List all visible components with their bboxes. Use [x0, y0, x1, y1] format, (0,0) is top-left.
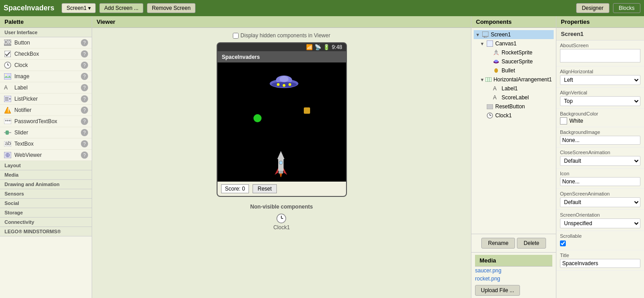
palette-item-button[interactable]: OK Button ? — [0, 37, 92, 49]
palette-item-checkbox[interactable]: CheckBox ? — [0, 49, 92, 60]
palette-label-listpicker: ListPicker — [14, 96, 81, 102]
title-input[interactable] — [560, 259, 640, 268]
blocks-button[interactable]: Blocks — [613, 3, 640, 13]
prop-backgroundimage: BackgroundImage — [556, 127, 644, 147]
svg-text:A: A — [493, 95, 497, 100]
svg-point-7 — [5, 74, 7, 76]
palette-section-connectivity[interactable]: Connectivity — [0, 218, 92, 227]
prop-closescreenanimation: CloseScreenAnimation Default Fade Slide — [556, 147, 644, 169]
topbar: SpaceInvaders Screen1 ▾ Add Screen ... R… — [0, 0, 644, 16]
palette-section-media[interactable]: Media — [0, 170, 92, 180]
tree-item-label1[interactable]: A Label1 — [474, 84, 554, 93]
passwordtextbox-info-icon[interactable]: ? — [81, 118, 88, 125]
svg-point-28 — [277, 83, 280, 86]
listpicker-icon — [4, 95, 12, 103]
saucer-sprite — [268, 74, 295, 87]
properties-screen-name: Screen1 — [556, 28, 644, 40]
webviewer-info-icon[interactable]: ? — [81, 151, 88, 159]
reset-button-viewer[interactable]: Reset — [253, 184, 276, 193]
svg-marker-35 — [275, 168, 278, 175]
signal-icon: 📡 — [315, 44, 321, 50]
tree-item-clock1[interactable]: Clock1 — [474, 111, 554, 120]
notifier-info-icon[interactable]: ? — [81, 107, 88, 114]
tree-toggle-screen1[interactable]: ▼ — [475, 32, 482, 37]
palette-item-textbox[interactable]: abc TextBox ? — [0, 138, 92, 150]
screenorientation-select[interactable]: Unspecified Portrait Landscape — [560, 218, 640, 228]
icon-input[interactable] — [560, 177, 640, 186]
aboutscreen-input[interactable] — [560, 49, 640, 62]
delete-button[interactable]: Delete — [517, 238, 546, 249]
tree-item-screen1[interactable]: ▼ Screen1 — [474, 30, 554, 39]
listpicker-info-icon[interactable]: ? — [81, 95, 88, 102]
phone-title-bar: SpaceInvaders — [218, 51, 346, 62]
tree-toggle-bullet — [486, 68, 493, 73]
prop-name-backgroundimage: BackgroundImage — [560, 129, 640, 135]
tree-label-saucersprite: SaucerSprite — [502, 58, 533, 65]
tree-item-saucersprite[interactable]: SaucerSprite — [474, 57, 554, 66]
label-info-icon[interactable]: ? — [81, 84, 88, 91]
palette-item-slider[interactable]: Slider ? — [0, 127, 92, 138]
remove-screen-button[interactable]: Remove Screen — [147, 3, 195, 13]
button-info-icon[interactable]: ? — [81, 39, 88, 46]
rename-button[interactable]: Rename — [481, 238, 515, 249]
palette-section-lego[interactable]: LEGO® MINDSTORMS® — [0, 227, 92, 236]
prop-name-screenorientation: ScreenOrientation — [560, 212, 640, 218]
tree-item-canvas1[interactable]: ▼ Canvas1 — [474, 39, 554, 48]
palette-section-layout[interactable]: Layout — [0, 161, 92, 170]
prop-aboutscreen: AboutScreen — [556, 40, 644, 67]
tree-toggle-canvas1[interactable]: ▼ — [480, 41, 486, 46]
prop-openscreenanimation: OpenScreenAnimation Default Fade Slide — [556, 189, 644, 210]
slider-info-icon[interactable]: ? — [81, 129, 88, 136]
upload-file-button[interactable]: Upload File ... — [475, 285, 520, 296]
closescreenanimation-select[interactable]: Default Fade Slide — [560, 156, 640, 166]
palette-label-webviewer: WebViewer — [14, 152, 81, 158]
tree-toggle-ha1[interactable]: ▼ — [480, 77, 485, 82]
palette-item-label[interactable]: A Label ? — [0, 82, 92, 93]
clock-info-icon[interactable]: ? — [81, 62, 88, 69]
openscreenanimation-select[interactable]: Default Fade Slide — [560, 197, 640, 207]
tree-item-resetbutton[interactable]: ResetButton — [474, 102, 554, 111]
palette-item-image[interactable]: Image ? — [0, 71, 92, 82]
prop-name-closescreenanimation: CloseScreenAnimation — [560, 150, 640, 155]
svg-rect-18 — [6, 131, 9, 134]
tree-label-rocketsprite: RocketSprite — [502, 49, 533, 56]
hidden-components-checkbox[interactable] — [233, 33, 239, 39]
properties-panel: Properties Screen1 AboutScreen AlignHori… — [556, 16, 644, 298]
alignvertical-select[interactable]: Top Center Bottom — [560, 96, 640, 106]
media-file-rocket[interactable]: rocket.png — [475, 275, 552, 283]
tree-label-clock1: Clock1 — [495, 112, 512, 119]
palette-item-passwordtextbox[interactable]: •••• PasswordTextBox ? — [0, 116, 92, 127]
tree-toggle-saucer — [486, 59, 493, 64]
alignhorizontal-select[interactable]: Left Center Right — [560, 75, 640, 85]
palette-item-clock[interactable]: Clock ? — [0, 60, 92, 71]
screen1-dropdown[interactable]: Screen1 ▾ — [62, 3, 96, 13]
palette-item-notifier[interactable]: ! Notifier ? — [0, 105, 92, 116]
tree-item-horizontalarrangement1[interactable]: ▼ HorizontalArrangement1 — [474, 75, 554, 84]
designer-button[interactable]: Designer — [576, 3, 609, 13]
add-screen-button[interactable]: Add Screen ... — [99, 3, 143, 13]
backgroundcolor-swatch[interactable]: White — [560, 117, 640, 125]
palette-item-webviewer[interactable]: WebViewer ? — [0, 150, 92, 161]
backgroundimage-input[interactable] — [560, 136, 640, 145]
palette-section-sensors[interactable]: Sensors — [0, 189, 92, 199]
svg-marker-49 — [497, 53, 499, 55]
scrollable-checkbox[interactable] — [560, 240, 566, 246]
clock1-label: Clock1 — [273, 224, 290, 231]
image-info-icon[interactable]: ? — [81, 73, 88, 80]
textbox-info-icon[interactable]: ? — [81, 140, 88, 147]
palette-item-listpicker[interactable]: ListPicker ? — [0, 93, 92, 105]
palette-section-ui: User Interface — [0, 28, 92, 37]
svg-rect-6 — [4, 73, 11, 80]
tree-item-rocketsprite[interactable]: RocketSprite — [474, 48, 554, 57]
palette-label-clock: Clock — [14, 62, 81, 68]
media-file-saucer[interactable]: saucer.png — [475, 267, 552, 275]
tree-label-label1: Label1 — [502, 85, 518, 92]
palette-section-drawing[interactable]: Drawing and Animation — [0, 180, 92, 189]
palette-section-storage[interactable]: Storage — [0, 208, 92, 218]
tree-item-scorelabel[interactable]: A ScoreLabel — [474, 93, 554, 102]
components-panel: Components ▼ Screen1 ▼ Canvas1 — [471, 16, 556, 298]
palette-section-social[interactable]: Social — [0, 199, 92, 208]
phone-status-bar: 📶 📡 🔋 9:48 — [218, 43, 346, 51]
tree-item-bullet[interactable]: Bullet — [474, 66, 554, 75]
checkbox-info-icon[interactable]: ? — [81, 50, 88, 58]
